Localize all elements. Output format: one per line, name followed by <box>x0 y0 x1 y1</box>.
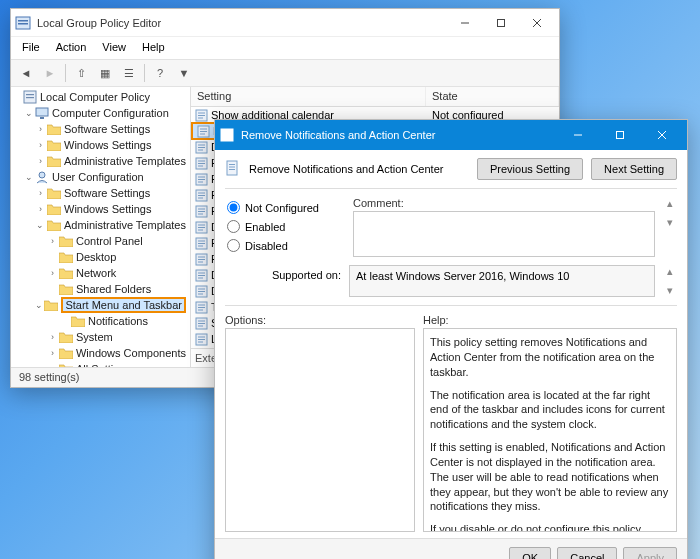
policy-doc-icon <box>225 160 241 178</box>
svg-rect-11 <box>40 117 44 119</box>
tree-item[interactable]: ›Administrative Templates <box>11 153 190 169</box>
svg-rect-30 <box>198 176 205 177</box>
filter-button[interactable]: ▼ <box>173 62 195 84</box>
options-panel <box>225 328 415 532</box>
tree-item[interactable]: ›Windows Settings <box>11 137 190 153</box>
svg-rect-8 <box>26 94 34 95</box>
tree-item-label: Computer Configuration <box>52 107 169 119</box>
dialog-close-button[interactable] <box>641 122 683 148</box>
help-panel: This policy setting removes Notification… <box>423 328 677 532</box>
tree-item[interactable]: All Settings <box>11 361 190 367</box>
ok-button[interactable]: OK <box>509 547 551 559</box>
folder-icon <box>59 363 73 367</box>
svg-point-12 <box>39 172 45 178</box>
menu-help[interactable]: Help <box>135 39 172 57</box>
tree-item[interactable]: ›Control Panel <box>11 233 190 249</box>
expand-icon[interactable]: › <box>47 332 58 342</box>
tree-item[interactable]: ⌄Start Menu and Taskbar <box>11 297 190 313</box>
expand-icon[interactable]: › <box>35 140 46 150</box>
list-header[interactable]: Setting State <box>191 87 559 107</box>
svg-rect-42 <box>198 224 205 225</box>
policy-tree[interactable]: Local Computer Policy⌄Computer Configura… <box>11 87 191 367</box>
tree-item[interactable]: ›Windows Components <box>11 345 190 361</box>
tree-item[interactable]: Notifications <box>11 313 190 329</box>
dialog-minimize-button[interactable] <box>557 122 599 148</box>
export-button[interactable]: ☰ <box>118 62 140 84</box>
svg-rect-35 <box>198 195 205 196</box>
tree-item-label: Administrative Templates <box>64 155 186 167</box>
folder-icon <box>59 267 73 279</box>
dialog-maximize-button[interactable] <box>599 122 641 148</box>
apply-button[interactable]: Apply <box>623 547 677 559</box>
forward-button[interactable]: ► <box>39 62 61 84</box>
dialog-heading: Remove Notifications and Action Center <box>249 163 443 175</box>
radio-not-configured[interactable]: Not Configured <box>227 201 343 214</box>
maximize-button[interactable] <box>483 10 519 36</box>
svg-rect-39 <box>198 211 205 212</box>
tree-item-label: Shared Folders <box>76 283 151 295</box>
gp-titlebar[interactable]: Local Group Policy Editor <box>11 9 559 37</box>
expand-icon[interactable]: › <box>47 236 58 246</box>
next-setting-button[interactable]: Next Setting <box>591 158 677 180</box>
col-state[interactable]: State <box>426 87 559 106</box>
svg-rect-23 <box>198 147 205 148</box>
menu-view[interactable]: View <box>95 39 133 57</box>
setting-icon <box>195 141 208 154</box>
radio-disabled[interactable]: Disabled <box>227 239 343 252</box>
svg-rect-67 <box>198 323 205 324</box>
tree-item[interactable]: ⌄Computer Configuration <box>11 105 190 121</box>
tree-item[interactable]: ⌄User Configuration <box>11 169 190 185</box>
svg-rect-72 <box>198 341 203 342</box>
svg-rect-89 <box>617 131 624 138</box>
tree-item-label: Network <box>76 267 116 279</box>
collapse-icon[interactable]: ⌄ <box>35 300 43 310</box>
tree-item[interactable]: ›System <box>11 329 190 345</box>
svg-rect-86 <box>223 131 231 132</box>
dialog-titlebar[interactable]: Remove Notifications and Action Center <box>215 120 687 150</box>
tree-item[interactable]: ⌄Administrative Templates <box>11 217 190 233</box>
back-button[interactable]: ◄ <box>15 62 37 84</box>
expand-icon[interactable]: › <box>35 156 46 166</box>
tree-item[interactable]: Local Computer Policy <box>11 89 190 105</box>
supported-scroll[interactable]: ▴▾ <box>663 265 677 297</box>
expand-icon[interactable]: › <box>35 204 46 214</box>
folder-icon <box>47 155 61 167</box>
tree-item[interactable]: Desktop <box>11 249 190 265</box>
menu-file[interactable]: File <box>15 39 47 57</box>
expand-icon[interactable]: › <box>47 348 58 358</box>
col-setting[interactable]: Setting <box>191 87 426 106</box>
tree-item[interactable]: Shared Folders <box>11 281 190 297</box>
gp-app-icon <box>15 15 31 31</box>
setting-icon <box>195 333 208 346</box>
menu-action[interactable]: Action <box>49 39 94 57</box>
setting-icon <box>195 205 208 218</box>
previous-setting-button[interactable]: Previous Setting <box>477 158 583 180</box>
tree-item[interactable]: ›Software Settings <box>11 121 190 137</box>
svg-rect-95 <box>229 169 235 170</box>
close-button[interactable] <box>519 10 555 36</box>
up-button[interactable]: ⇧ <box>70 62 92 84</box>
svg-rect-70 <box>198 336 205 337</box>
expand-icon[interactable]: › <box>47 268 58 278</box>
setting-icon <box>195 285 208 298</box>
svg-rect-10 <box>36 108 48 116</box>
folder-icon <box>59 331 73 343</box>
comment-input[interactable] <box>353 211 655 257</box>
collapse-icon[interactable]: ⌄ <box>23 172 34 182</box>
comment-scroll[interactable]: ▴▾ <box>663 197 677 229</box>
show-hide-tree-button[interactable]: ▦ <box>94 62 116 84</box>
svg-rect-62 <box>198 304 205 305</box>
tree-item[interactable]: ›Software Settings <box>11 185 190 201</box>
help-button[interactable]: ? <box>149 62 171 84</box>
tree-item[interactable]: ›Network <box>11 265 190 281</box>
expand-icon[interactable]: › <box>35 124 46 134</box>
expand-icon[interactable]: › <box>35 188 46 198</box>
tree-item[interactable]: ›Windows Settings <box>11 201 190 217</box>
minimize-button[interactable] <box>447 10 483 36</box>
radio-enabled[interactable]: Enabled <box>227 220 343 233</box>
cancel-button[interactable]: Cancel <box>557 547 617 559</box>
collapse-icon[interactable]: ⌄ <box>23 108 34 118</box>
computer-icon <box>35 107 49 119</box>
svg-rect-31 <box>198 179 205 180</box>
collapse-icon[interactable]: ⌄ <box>35 220 46 230</box>
